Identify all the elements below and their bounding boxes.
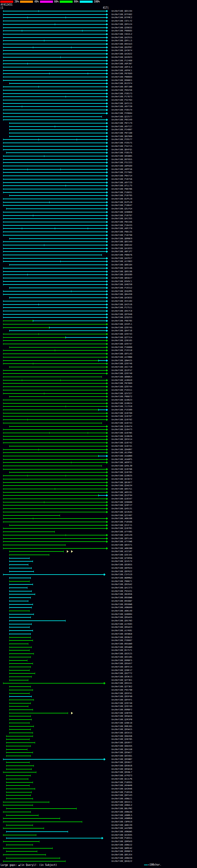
hit-label[interactable]: UniRef100_B9SAW9: [111, 643, 132, 645]
hit-alignment-bar[interactable]: [0, 29, 109, 33]
hit-alignment-bar[interactable]: [0, 464, 109, 468]
hit-label[interactable]: UniRef100_Q39749: [111, 705, 132, 708]
hit-alignment-bar[interactable]: [0, 616, 109, 619]
hit-label[interactable]: UniRef100_Q10347: [111, 498, 132, 500]
hit-alignment-bar[interactable]: [0, 306, 109, 309]
hit-alignment-bar[interactable]: [0, 16, 109, 20]
hit-alignment-bar[interactable]: [0, 161, 109, 164]
hit-label[interactable]: UniRef100_B1P5J0: [111, 201, 132, 204]
hit-alignment-bar[interactable]: [0, 69, 109, 72]
hit-alignment-bar[interactable]: [0, 801, 109, 804]
hit-label[interactable]: UniRef100_B9T055: [111, 158, 132, 161]
hit-alignment-bar[interactable]: [0, 138, 109, 141]
hit-label[interactable]: UniRef100_A9YTZ9: [111, 181, 132, 184]
hit-label[interactable]: UniRef100_Q9SAV7: [111, 662, 132, 665]
hit-alignment-bar[interactable]: [0, 530, 109, 534]
hit-label[interactable]: UniRef100_C5Y519: [111, 573, 132, 576]
hit-label[interactable]: UniRef100_P10756: [111, 178, 132, 181]
hit-alignment-bar[interactable]: [0, 267, 109, 270]
hit-label[interactable]: UniRef100_Q39743: [111, 333, 132, 336]
hit-alignment-bar[interactable]: [0, 853, 109, 857]
hit-label[interactable]: UniRef100_P00871: [111, 580, 132, 583]
hit-alignment-bar[interactable]: [0, 257, 109, 260]
hit-label[interactable]: UniRef100_Q9SW15: [111, 728, 132, 731]
hit-alignment-bar[interactable]: [0, 837, 109, 840]
hit-label[interactable]: UniRef100_P05346: [111, 221, 132, 223]
hit-label[interactable]: UniRef100_B9S5U3: [111, 43, 132, 45]
hit-label[interactable]: UniRef100_Q22487: [111, 514, 132, 517]
hit-alignment-bar[interactable]: [0, 300, 109, 303]
hit-alignment-bar[interactable]: [0, 534, 109, 537]
hit-alignment-bar[interactable]: [0, 428, 109, 431]
hit-label[interactable]: UniRef100_Q9SN16: [111, 765, 132, 767]
hit-alignment-bar[interactable]: [0, 352, 109, 355]
hit-alignment-bar[interactable]: [0, 774, 109, 777]
hit-label[interactable]: UniRef100_Q5ZFS7: [111, 369, 132, 372]
hit-alignment-bar[interactable]: [0, 405, 109, 408]
hit-alignment-bar[interactable]: [0, 721, 109, 725]
hit-label[interactable]: UniRef100_Q42823: [111, 56, 132, 59]
hit-alignment-bar[interactable]: [0, 309, 109, 313]
hit-alignment-bar[interactable]: [0, 606, 109, 609]
hit-alignment-bar[interactable]: [0, 705, 109, 708]
hit-label[interactable]: UniRef100_Q94IC1: [111, 801, 132, 804]
hit-label[interactable]: UniRef100_Q30165: [111, 339, 132, 342]
hit-alignment-bar[interactable]: [0, 108, 109, 112]
hit-alignment-bar[interactable]: [0, 194, 109, 197]
hit-label[interactable]: UniRef100_B9RBF2: [111, 709, 132, 711]
hit-label[interactable]: UniRef100_B1P5J9: [111, 198, 132, 200]
hit-label[interactable]: UniRef100_Q10788: [111, 412, 132, 415]
hit-label[interactable]: UniRef100_B9S6W6: [111, 596, 132, 599]
hit-alignment-bar[interactable]: [0, 577, 109, 580]
hit-label[interactable]: UniRef100_Q9M5K9: [111, 840, 132, 843]
hit-alignment-bar[interactable]: [0, 553, 109, 557]
hit-alignment-bar[interactable]: [0, 665, 109, 669]
hit-alignment-bar[interactable]: [0, 207, 109, 211]
hit-alignment-bar[interactable]: [0, 461, 109, 464]
hit-alignment-bar[interactable]: [0, 570, 109, 573]
hit-label[interactable]: UniRef100_Q42822: [111, 53, 132, 55]
hit-label[interactable]: UniRef100_Q9SNL7: [111, 771, 132, 774]
hit-label[interactable]: UniRef100_P00872: [111, 395, 132, 398]
hit-alignment-bar[interactable]: [0, 118, 109, 122]
hit-alignment-bar[interactable]: [0, 395, 109, 398]
hit-alignment-bar[interactable]: [0, 603, 109, 606]
hit-label[interactable]: UniRef100_A6N149: [111, 610, 132, 613]
hit-label[interactable]: UniRef100_Q39740: [111, 372, 132, 375]
hit-label[interactable]: UniRef100_P00876: [111, 254, 132, 256]
hit-label[interactable]: UniRef100_Q10782: [111, 418, 132, 421]
hit-label[interactable]: UniRef100_A9NUJ2: [111, 844, 132, 846]
hit-alignment-bar[interactable]: [0, 794, 109, 797]
hit-alignment-bar[interactable]: [0, 847, 109, 850]
hit-label[interactable]: UniRef100_P26576: [111, 152, 132, 154]
hit-label[interactable]: UniRef100_Q10624: [111, 402, 132, 405]
hit-label[interactable]: UniRef100_B9RBF5: [111, 659, 132, 662]
hit-alignment-bar[interactable]: [0, 524, 109, 527]
hit-label[interactable]: UniRef100_Q9SBB5: [111, 155, 132, 158]
hit-alignment-bar[interactable]: [0, 122, 109, 125]
hit-alignment-bar[interactable]: [0, 342, 109, 346]
hit-label[interactable]: UniRef100_Q09196: [111, 270, 132, 273]
hit-alignment-bar[interactable]: [0, 72, 109, 75]
hit-alignment-bar[interactable]: [0, 372, 109, 375]
hit-alignment-bar[interactable]: [0, 105, 109, 108]
hit-label[interactable]: UniRef100_P27985: [111, 171, 132, 174]
hit-alignment-bar[interactable]: [0, 375, 109, 379]
hit-alignment-bar[interactable]: [0, 263, 109, 267]
hit-alignment-bar[interactable]: [0, 135, 109, 138]
hit-label[interactable]: UniRef100_P07689: [111, 72, 132, 75]
hit-alignment-bar[interactable]: [0, 491, 109, 494]
hit-alignment-bar[interactable]: [0, 385, 109, 389]
hit-alignment-bar[interactable]: [0, 850, 109, 853]
hit-label[interactable]: UniRef100_Q9SV41: [111, 682, 132, 685]
hit-label[interactable]: UniRef100_A9PHC1: [111, 69, 132, 72]
hit-alignment-bar[interactable]: [0, 112, 109, 115]
hit-label[interactable]: UniRef100_P17673: [111, 95, 132, 98]
hit-alignment-bar[interactable]: [0, 326, 109, 330]
hit-alignment-bar[interactable]: [0, 418, 109, 422]
hit-label[interactable]: UniRef100_A1YBN8: [111, 356, 132, 359]
hit-alignment-bar[interactable]: [0, 642, 109, 646]
hit-label[interactable]: UniRef100_B8LPN2: [111, 807, 132, 810]
hit-label[interactable]: UniRef100_P29577: [111, 138, 132, 141]
hit-label[interactable]: UniRef100_Q01NY7: [111, 481, 132, 484]
